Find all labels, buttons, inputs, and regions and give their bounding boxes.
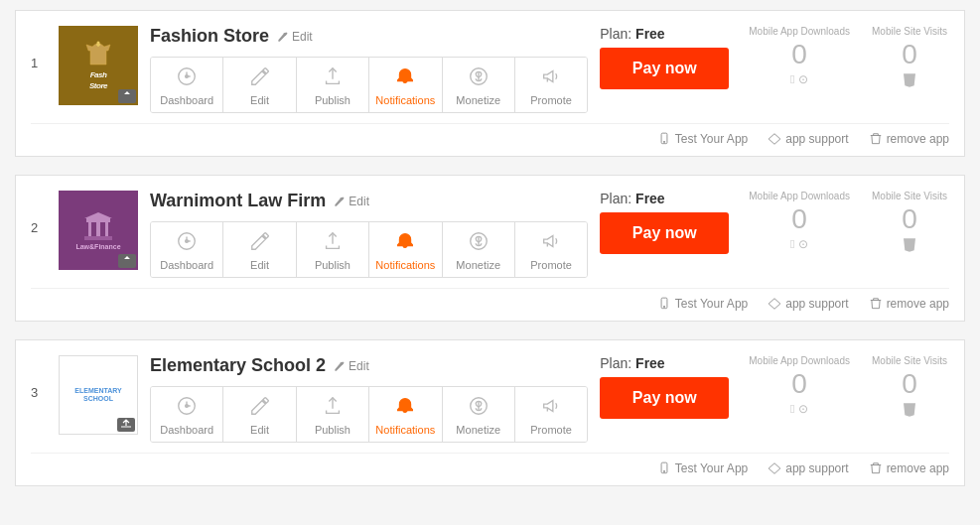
svg-rect-10 bbox=[86, 218, 110, 222]
app-card-2: 2 Law&Finance bbox=[15, 175, 965, 322]
tab-label-publish: Publish bbox=[315, 94, 350, 106]
diamond-icon bbox=[768, 461, 781, 475]
app-number: 3 bbox=[31, 355, 47, 400]
tab-promote[interactable]: Promote bbox=[515, 222, 587, 277]
svg-point-18 bbox=[663, 306, 664, 307]
app-top: 2 Law&Finance bbox=[31, 191, 949, 278]
edit-link[interactable]: Edit bbox=[334, 359, 369, 373]
tab-label-monetize: Monetize bbox=[456, 94, 500, 106]
downloads-value: 0 bbox=[791, 203, 807, 235]
tab-notifications[interactable]: Notifications bbox=[369, 222, 442, 277]
tab-dashboard[interactable]: Dashboard bbox=[151, 387, 223, 442]
phone-icon bbox=[657, 297, 671, 311]
visits-value: 0 bbox=[902, 368, 917, 400]
plan-label: Plan: Free bbox=[600, 191, 729, 206]
tab-publish[interactable]: Publish bbox=[297, 58, 369, 112]
app-support-link[interactable]: app support bbox=[768, 132, 848, 146]
platform-icons:  ⊙ bbox=[790, 237, 808, 251]
downloads-value: 0 bbox=[791, 368, 807, 400]
remove-app-link[interactable]: remove app bbox=[869, 132, 949, 146]
tab-label-edit: Edit bbox=[250, 259, 269, 271]
app-support-link[interactable]: app support bbox=[768, 461, 848, 475]
remove-app-link[interactable]: remove app bbox=[869, 297, 949, 311]
downloads-stat: Mobile App Downloads 0  ⊙ bbox=[749, 191, 850, 251]
plan-stats: Plan: Free Pay now Mobile App Downloads … bbox=[600, 191, 949, 254]
tab-monetize[interactable]: Monetize bbox=[443, 222, 515, 277]
tab-monetize[interactable]: Monetize bbox=[443, 58, 515, 112]
dashboard-icon bbox=[176, 395, 198, 420]
app-top: 1 Fash Store Fashion Store bbox=[31, 26, 949, 113]
pencil-icon bbox=[334, 196, 346, 207]
app-number: 1 bbox=[31, 26, 47, 70]
tab-label-notifications: Notifications bbox=[375, 259, 435, 271]
tab-promote[interactable]: Promote bbox=[515, 58, 587, 112]
dashboard-icon bbox=[176, 230, 198, 255]
app-footer: Test Your App app support remove app bbox=[31, 123, 949, 146]
pay-button[interactable]: Pay now bbox=[600, 48, 729, 89]
svg-rect-11 bbox=[88, 222, 91, 236]
tab-publish[interactable]: Publish bbox=[297, 387, 369, 442]
tab-dashboard[interactable]: Dashboard bbox=[151, 222, 223, 277]
test-app-link[interactable]: Test Your App bbox=[657, 461, 748, 475]
diamond-icon bbox=[768, 132, 781, 146]
test-app-link[interactable]: Test Your App bbox=[657, 297, 748, 311]
visits-value: 0 bbox=[902, 203, 917, 235]
tab-dashboard[interactable]: Dashboard bbox=[151, 58, 223, 112]
publish-icon bbox=[322, 395, 344, 420]
app-support-link[interactable]: app support bbox=[768, 297, 848, 311]
trash-icon bbox=[869, 297, 883, 311]
visits-label: Mobile Site Visits bbox=[872, 355, 947, 366]
pay-button[interactable]: Pay now bbox=[600, 377, 729, 419]
tab-label-edit: Edit bbox=[250, 424, 269, 436]
tab-monetize[interactable]: Monetize bbox=[443, 387, 515, 442]
promote-icon bbox=[540, 230, 562, 255]
plan-label: Plan: Free bbox=[600, 355, 729, 371]
plan-info: Plan: Free Pay now bbox=[600, 355, 729, 419]
tab-edit[interactable]: Edit bbox=[223, 222, 296, 277]
page: 1 Fash Store Fashion Store bbox=[0, 0, 980, 514]
app-title-row: Fashion Store Edit bbox=[150, 26, 588, 47]
downloads-stat: Mobile App Downloads 0  ⊙ bbox=[749, 355, 850, 416]
pencil-icon bbox=[277, 31, 289, 43]
tab-label-dashboard: Dashboard bbox=[160, 259, 213, 271]
remove-app-link[interactable]: remove app bbox=[869, 461, 949, 475]
tab-edit[interactable]: Edit bbox=[223, 387, 296, 442]
tab-promote[interactable]: Promote bbox=[515, 387, 587, 442]
app-title-row: Warnimont Law Firm Edit bbox=[150, 191, 588, 211]
app-main: Fashion Store Edit Dashboard bbox=[150, 26, 588, 113]
tab-notifications[interactable]: Notifications bbox=[369, 387, 442, 442]
plan-value: Free bbox=[635, 191, 665, 206]
android-icon: ⊙ bbox=[798, 237, 808, 251]
monetize-icon bbox=[468, 66, 490, 90]
tab-label-monetize: Monetize bbox=[456, 424, 500, 436]
app-top: 3 ELEMENTARY SCHOOL Elementary School 2 bbox=[31, 355, 949, 443]
edit-icon bbox=[249, 395, 271, 420]
edit-link[interactable]: Edit bbox=[334, 195, 369, 208]
app-name: Elementary School 2 bbox=[150, 355, 326, 376]
monetize-icon bbox=[468, 395, 490, 420]
phone-icon bbox=[657, 132, 671, 146]
app-card-3: 3 ELEMENTARY SCHOOL Elementary School 2 bbox=[15, 339, 965, 486]
tab-publish[interactable]: Publish bbox=[297, 222, 369, 277]
edit-link[interactable]: Edit bbox=[277, 30, 313, 44]
plan-value: Free bbox=[635, 355, 665, 371]
app-main: Warnimont Law Firm Edit Dashboard bbox=[150, 191, 588, 278]
html5-icon bbox=[902, 402, 917, 418]
android-icon: ⊙ bbox=[798, 72, 808, 86]
tab-label-dashboard: Dashboard bbox=[160, 424, 213, 436]
trash-icon bbox=[869, 461, 883, 475]
app-icon: Fash Store bbox=[59, 26, 138, 105]
edit-icon bbox=[249, 230, 271, 255]
tab-edit[interactable]: Edit bbox=[223, 58, 296, 112]
tab-label-notifications: Notifications bbox=[375, 94, 435, 106]
visits-label: Mobile Site Visits bbox=[872, 191, 947, 201]
publish-icon bbox=[322, 66, 344, 90]
app-icon: Law&Finance bbox=[59, 191, 138, 270]
app-main: Elementary School 2 Edit Dashboard bbox=[150, 355, 588, 443]
test-app-link[interactable]: Test Your App bbox=[657, 132, 748, 146]
svg-rect-12 bbox=[96, 222, 99, 236]
tab-notifications[interactable]: Notifications bbox=[369, 58, 442, 112]
apple-icon:  bbox=[790, 402, 794, 416]
pay-button[interactable]: Pay now bbox=[600, 212, 729, 254]
phone-icon bbox=[657, 461, 671, 475]
